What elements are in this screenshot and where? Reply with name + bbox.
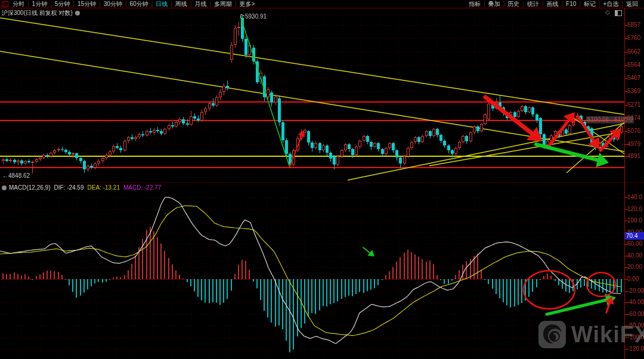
top-toolbar: 分时|1分钟|5分钟|15分钟|30分钟|60分钟|日线|周线|月线|多周期|更… xyxy=(0,0,644,8)
tab-timeframe-3[interactable]: 5分钟 xyxy=(52,0,73,8)
tool-button-8[interactable]: +自选 xyxy=(601,0,621,8)
macd-indicator-header: MACD(12,26,9)DIF: -24.59DEA: -13.21MACD:… xyxy=(2,184,161,191)
macd-tick-label: 60.00 xyxy=(627,240,642,247)
macd-tick-label: 120.0 xyxy=(627,206,642,212)
tools-menu: 指标|叠加|历史|统计|画线|F10|标记|+自选|返回 xyxy=(466,0,644,8)
tab-timeframe-10[interactable]: 多周期 xyxy=(212,0,234,8)
symbol-title: 沪深300(日线 前复权 对数) xyxy=(2,10,73,16)
measure-price-1: 5100.08 xyxy=(587,116,609,123)
tool-button-9[interactable]: 返回 xyxy=(624,0,640,8)
price-tick-label: 5467 xyxy=(627,75,640,81)
tool-button-5[interactable]: 画线 xyxy=(544,0,561,8)
low-price-label: ←4848.62 xyxy=(2,172,30,179)
price-tick-label: 5760 xyxy=(627,35,640,41)
measure-line-labels: 5100.085100.0 xyxy=(586,116,634,123)
macd-tick-label: -120.0 xyxy=(627,345,644,352)
price-tick-label: 5564 xyxy=(627,61,640,68)
macd-tick-label: -60.00 xyxy=(627,311,644,317)
price-tick-label: 5076 xyxy=(627,128,640,134)
macd-tick-label: 20.00 xyxy=(627,264,642,270)
indicator-circle-icon[interactable] xyxy=(2,185,7,190)
price-tick-label: 4891 xyxy=(627,153,640,159)
measure-price-2: 5100.0 xyxy=(614,116,633,123)
price-tick-label: 5662 xyxy=(627,48,640,55)
tab-timeframe-8[interactable]: 周线 xyxy=(173,0,190,8)
price-tick-label: 5271 xyxy=(627,101,640,108)
tool-button-3[interactable]: 历史 xyxy=(505,0,522,8)
macd-value: MACD: -22.77 xyxy=(123,184,161,191)
timeframe-menu: 分时|1分钟|5分钟|15分钟|30分钟|60分钟|日线|周线|月线|多周期|更… xyxy=(10,0,257,8)
diamond-icon[interactable]: ◇ xyxy=(605,9,610,16)
tab-timeframe-4[interactable]: 15分钟 xyxy=(75,0,98,8)
price-tick-label: 4979 xyxy=(627,141,640,147)
tab-timeframe-9[interactable]: 月线 xyxy=(192,0,209,8)
split-window-icon[interactable] xyxy=(615,10,622,16)
macd-tick-label: -20.00 xyxy=(627,287,644,294)
tab-timeframe-7[interactable]: 日线 xyxy=(153,0,170,8)
tool-button-7[interactable]: 标记 xyxy=(581,0,598,8)
macd-tick-label: 100.0 xyxy=(627,217,642,224)
trading-app-window: { "toolbar": { "left": [ {"label":"分时"},… xyxy=(0,0,644,359)
macd-tick-label: 0.00 xyxy=(627,276,639,282)
window-layout-icon[interactable] xyxy=(2,1,8,7)
price-tick-label: 5857 xyxy=(627,21,640,28)
tab-timeframe-2[interactable]: 1分钟 xyxy=(30,0,50,8)
dif-value: DIF: -24.59 xyxy=(54,184,83,191)
dropdown-circle-icon[interactable] xyxy=(75,11,80,16)
tab-timeframe-11[interactable]: 更多> xyxy=(237,0,258,8)
peak-price-label: 5930.91 xyxy=(245,13,267,20)
tool-button-1[interactable]: 指标 xyxy=(466,0,483,8)
tab-timeframe-6[interactable]: 60分钟 xyxy=(127,0,150,8)
tab-timeframe-1[interactable]: 分时 xyxy=(10,0,27,8)
macd-tick-label: 140.0 xyxy=(627,194,642,200)
macd-tick-label: 40.00 xyxy=(627,252,642,259)
tool-button-6[interactable]: F10 xyxy=(564,0,578,8)
price-tick-label: 5369 xyxy=(627,88,640,94)
dea-value: DEA: -13.21 xyxy=(88,184,120,191)
tab-timeframe-5[interactable]: 30分钟 xyxy=(101,0,125,8)
crosshair-value-box: 70.4 xyxy=(625,232,644,240)
macd-params: MACD(12,26,9) xyxy=(9,184,50,191)
tool-button-2[interactable]: 叠加 xyxy=(486,0,503,8)
chart-title: 沪深300(日线 前复权 对数) xyxy=(2,9,80,17)
chart-canvas[interactable] xyxy=(0,0,644,359)
macd-tick-label: -100.0 xyxy=(627,334,644,341)
macd-tick-label: -40.00 xyxy=(627,299,644,305)
tool-button-4[interactable]: 统计 xyxy=(525,0,541,8)
macd-tick-label: -80.00 xyxy=(627,322,644,329)
